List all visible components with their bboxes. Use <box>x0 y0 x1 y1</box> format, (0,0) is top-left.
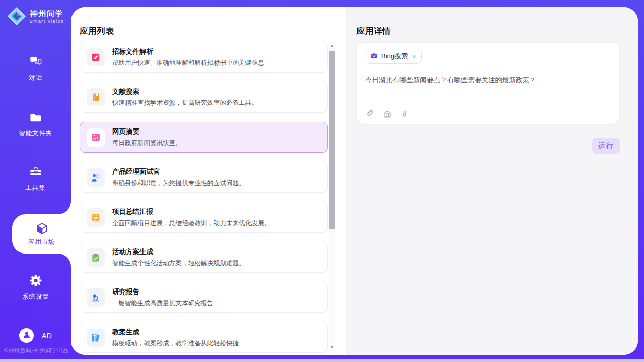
scroll-up-icon[interactable]: ▲ <box>329 43 335 49</box>
app-item-desc: 帮助用户快速、准确地理解和解析招标书中的关键信息 <box>112 59 264 67</box>
sidebar-item-label: 对话 <box>0 74 71 82</box>
folder-icon <box>29 111 43 124</box>
window-bottom-edge <box>0 359 644 362</box>
app-list-item-研究报告[interactable]: 研究报告 一键智能生成高质量长文本研究报告 <box>80 282 328 313</box>
app-list-item-活动方案生成[interactable]: 活动方案生成 智能生成个性化活动方案，轻松解决规划难题。 <box>80 242 328 273</box>
main-content: 应用列表 招标文件解析 帮助用户快速、准确地理解和解析招标书中的关键信息 文献搜… <box>71 7 638 355</box>
app-list-item-产品经理面试官[interactable]: 产品经理面试官 明确身份和职责，为您提供专业性的面试问题。 <box>80 162 328 193</box>
sidebar-item-系统设置[interactable]: 系统设置 <box>0 274 71 301</box>
paperclip-icon[interactable] <box>365 110 374 118</box>
prompt-toolbar: @# <box>365 110 408 118</box>
app-list: 招标文件解析 帮助用户快速、准确地理解和解析招标书中的关键信息 文献搜索 快速精… <box>80 42 328 355</box>
clipboard-check-icon <box>87 248 105 267</box>
app-item-name: 招标文件解析 <box>112 47 264 56</box>
app-item-desc: 每日政府新闻资讯快查。 <box>112 139 182 148</box>
sidebar-item-工具集[interactable]: 工具集 <box>0 165 71 192</box>
plugin-chip-bing[interactable]: Bing搜索 × <box>365 49 422 64</box>
app-list-title: 应用列表 <box>80 26 114 37</box>
sidebar-item-label: 智能文件夹 <box>0 129 71 138</box>
app-item-desc: 一键智能生成高质量长文本研究报告 <box>112 299 213 308</box>
plugin-chip-label: Bing搜索 <box>381 52 408 61</box>
app-list-item-文献搜索[interactable]: 文献搜索 快速精准查找学术资源，提高研究效率的必备工具。 <box>80 82 328 113</box>
app-list-scrollbar[interactable]: ▲ ▼ <box>329 43 335 351</box>
app-detail-panel: 应用详情 Bing搜索 × 今日湖北有哪些新闻要点？有哪些需要关注的最新政策？ … <box>346 7 638 355</box>
app-list-item-网页摘要[interactable]: 网页摘要 每日政府新闻资讯快查。 <box>80 122 328 153</box>
sidebar: 神州问学 Smart Vision 对话智能文件夹工具集应用市场系统设置 AD … <box>0 0 71 362</box>
app-item-desc: 全面回顾项目进展，总结经验教训，助力未来优化发展。 <box>112 219 271 228</box>
app-item-desc: 明确身份和职责，为您提供专业性的面试问题。 <box>112 179 245 188</box>
app-item-name: 网页摘要 <box>112 127 182 136</box>
cube-icon <box>35 222 49 235</box>
chat-icon <box>29 55 43 68</box>
books-icon <box>87 329 105 347</box>
interviewer-icon <box>87 168 105 187</box>
app-list-item-招标文件解析[interactable]: 招标文件解析 帮助用户快速、准确地理解和解析招标书中的关键信息 <box>80 42 328 73</box>
user-row[interactable]: AD <box>19 328 52 343</box>
run-button[interactable]: 运行 <box>592 138 620 154</box>
active-tab-curve-bottom <box>58 254 71 267</box>
browser-code-icon <box>87 128 105 147</box>
app-list-panel: 应用列表 招标文件解析 帮助用户快速、准确地理解和解析招标书中的关键信息 文献搜… <box>71 7 346 355</box>
microscope-icon <box>87 288 105 307</box>
brand-logo: 神州问学 Smart Vision <box>7 7 64 26</box>
prompt-input[interactable]: 今日湖北有哪些新闻要点？有哪些需要关注的最新政策？ <box>365 75 612 86</box>
app-item-name: 教案生成 <box>112 328 239 337</box>
app-detail-title: 应用详情 <box>356 26 391 37</box>
app-item-name: 活动方案生成 <box>112 247 245 257</box>
scroll-down-icon[interactable]: ▼ <box>329 344 335 351</box>
briefcase-icon <box>370 52 378 61</box>
at-icon[interactable]: @ <box>383 110 391 118</box>
hash-icon[interactable]: # <box>401 110 408 118</box>
close-icon[interactable]: × <box>412 53 416 60</box>
prompt-card: Bing搜索 × 今日湖北有哪些新闻要点？有哪些需要关注的最新政策？ @# <box>356 42 620 124</box>
user-initials: AD <box>42 332 52 340</box>
diamond-logo-icon <box>7 7 26 26</box>
pen-square-icon <box>87 48 105 66</box>
app-item-name: 文献搜索 <box>112 87 258 96</box>
app-item-desc: 智能生成个性化活动方案，轻松解决规划难题。 <box>112 259 245 268</box>
app-list-item-项目总结汇报[interactable]: 项目总结汇报 全面回顾项目进展，总结经验教训，助力未来优化发展。 <box>80 202 328 233</box>
app-item-desc: 模板驱动，教案秒成，教学准备从此轻松快捷 <box>112 339 239 348</box>
brand-subtitle: Smart Vision <box>30 19 64 24</box>
book-icon <box>87 88 105 106</box>
brand-name: 神州问学 <box>30 9 64 18</box>
scrollbar-thumb[interactable] <box>329 51 335 229</box>
app-item-name: 产品经理面试官 <box>112 167 245 176</box>
app-item-name: 项目总结汇报 <box>112 207 271 216</box>
active-tab-curve-top <box>58 201 71 214</box>
person-icon <box>22 330 32 342</box>
app-list-item-教案生成[interactable]: 教案生成 模板驱动，教案秒成，教学准备从此轻松快捷 <box>80 322 328 353</box>
gear-icon <box>29 274 43 287</box>
sidebar-item-label: 工具集 <box>0 184 71 192</box>
sidebar-item-label: 应用市场 <box>28 238 55 246</box>
sidebar-item-应用市场[interactable]: 应用市场 <box>12 214 71 254</box>
sidebar-item-对话[interactable]: 对话 <box>0 55 71 82</box>
toolbox-icon <box>29 165 43 178</box>
app-item-name: 研究报告 <box>112 287 213 297</box>
avatar[interactable] <box>19 328 34 343</box>
copyright-text: ©神州数码·神州问学出品 <box>4 347 69 354</box>
sidebar-item-智能文件夹[interactable]: 智能文件夹 <box>0 111 71 138</box>
app-item-desc: 快速精准查找学术资源，提高研究效率的必备工具。 <box>112 99 258 107</box>
sidebar-item-label: 系统设置 <box>0 293 71 301</box>
note-icon <box>87 208 105 227</box>
